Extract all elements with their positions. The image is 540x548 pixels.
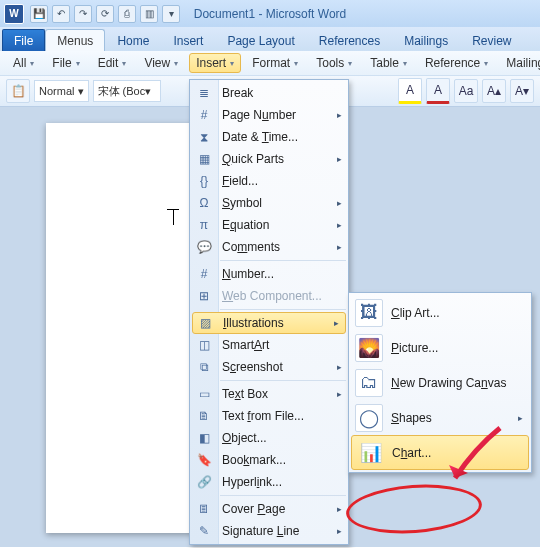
screenshot-icon: ⧉ — [195, 358, 213, 376]
shapes-icon: ◯ — [355, 404, 383, 432]
insert-web-component: ⊞Web Component... — [190, 285, 348, 307]
insert-cover-page[interactable]: 🗏Cover Page▸ — [190, 498, 348, 520]
insert-page-number[interactable]: #Page Number▸ — [190, 104, 348, 126]
menu-all[interactable]: All▾ — [6, 53, 41, 73]
quickparts-icon: ▦ — [195, 150, 213, 168]
illus-new-canvas[interactable]: 🗂New Drawing Canvas — [349, 365, 531, 400]
tab-page-layout[interactable]: Page Layout — [215, 29, 306, 51]
textfile-icon: 🗎 — [195, 407, 213, 425]
tab-references[interactable]: References — [307, 29, 392, 51]
insert-datetime[interactable]: ⧗Date & Time... — [190, 126, 348, 148]
word-window: { "title": "Document1 - Microsoft Word",… — [0, 0, 540, 548]
insert-smartart[interactable]: ◫SmartArt — [190, 334, 348, 356]
qat-repeat-icon[interactable]: ⟳ — [96, 5, 114, 23]
menu-mailing[interactable]: Mailing▾ — [499, 53, 540, 73]
qat-redo-icon[interactable]: ↷ — [74, 5, 92, 23]
insert-text-from-file[interactable]: 🗎Text from File... — [190, 405, 348, 427]
menu-view[interactable]: View▾ — [137, 53, 185, 73]
menu-file[interactable]: File▾ — [45, 53, 86, 73]
insert-signature-line[interactable]: ✎Signature Line▸ — [190, 520, 348, 542]
field-icon: {} — [195, 172, 213, 190]
style-selector[interactable]: Normal ▾ — [34, 80, 89, 102]
illus-picture[interactable]: 🌄Picture... — [349, 330, 531, 365]
classic-menubar: All▾ File▾ Edit▾ View▾ Insert▾ Format▾ T… — [0, 51, 540, 76]
quick-access-toolbar: 💾 ↶ ↷ ⟳ ⎙ ▥ ▾ — [30, 5, 180, 23]
insert-number[interactable]: #Number... — [190, 263, 348, 285]
break-icon: ≣ — [195, 84, 213, 102]
menu-reference[interactable]: Reference▾ — [418, 53, 495, 73]
separator — [220, 309, 346, 310]
insert-text-box[interactable]: ▭Text Box▸ — [190, 383, 348, 405]
comments-icon: 💬 — [195, 238, 213, 256]
tab-mailings[interactable]: Mailings — [392, 29, 460, 51]
hyperlink-icon: 🔗 — [195, 473, 213, 491]
smartart-icon: ◫ — [195, 336, 213, 354]
canvas-icon: 🗂 — [355, 369, 383, 397]
title-bar: W 💾 ↶ ↷ ⟳ ⎙ ▥ ▾ Document1 - Microsoft Wo… — [0, 0, 540, 27]
font-shrink-icon[interactable]: A▾ — [510, 79, 534, 103]
textbox-icon: ▭ — [195, 385, 213, 403]
qat-print-icon[interactable]: ⎙ — [118, 5, 136, 23]
tab-file[interactable]: File — [2, 29, 45, 51]
clipart-icon: 🖼 — [355, 299, 383, 327]
datetime-icon: ⧗ — [195, 128, 213, 146]
signature-icon: ✎ — [195, 522, 213, 540]
separator — [220, 380, 346, 381]
highlight-color-icon[interactable]: A — [398, 78, 422, 104]
insert-bookmark[interactable]: 🔖Bookmark... — [190, 449, 348, 471]
chart-icon: 📊 — [358, 440, 384, 466]
menu-format[interactable]: Format▾ — [245, 53, 305, 73]
illus-shapes[interactable]: ◯Shapes▸ — [349, 400, 531, 435]
bookmark-icon: 🔖 — [195, 451, 213, 469]
insert-break[interactable]: ≣Break — [190, 82, 348, 104]
word-app-icon: W — [4, 4, 24, 24]
picture-icon: 🌄 — [355, 334, 383, 362]
insert-symbol[interactable]: ΩSymbol▸ — [190, 192, 348, 214]
menu-table[interactable]: Table▾ — [363, 53, 414, 73]
illus-clip-art[interactable]: 🖼Clip Art... — [349, 295, 531, 330]
cover-icon: 🗏 — [195, 500, 213, 518]
font-selector[interactable]: 宋体 (Boc▾ — [93, 80, 161, 102]
insert-object[interactable]: ◧Object... — [190, 427, 348, 449]
tab-insert[interactable]: Insert — [161, 29, 215, 51]
qat-save-icon[interactable]: 💾 — [30, 5, 48, 23]
tab-home[interactable]: Home — [105, 29, 161, 51]
webcomp-icon: ⊞ — [195, 287, 213, 305]
ribbon-tabs: File Menus Home Insert Page Layout Refer… — [0, 27, 540, 51]
tab-review[interactable]: Review — [460, 29, 523, 51]
separator — [220, 495, 346, 496]
insert-field[interactable]: {}Field... — [190, 170, 348, 192]
menu-insert[interactable]: Insert▾ — [189, 53, 241, 73]
insert-illustrations[interactable]: ▨Illustrations▸ — [192, 312, 346, 334]
font-grow-icon[interactable]: A▴ — [482, 79, 506, 103]
insert-equation[interactable]: πEquation▸ — [190, 214, 348, 236]
insert-quick-parts[interactable]: ▦Quick Parts▸ — [190, 148, 348, 170]
separator — [220, 260, 346, 261]
number-icon: # — [195, 265, 213, 283]
object-icon: ◧ — [195, 429, 213, 447]
illustrations-icon: ▨ — [196, 314, 214, 332]
tab-menus[interactable]: Menus — [45, 29, 105, 51]
symbol-icon: Ω — [195, 194, 213, 212]
pagenum-icon: # — [195, 106, 213, 124]
illustrations-submenu: 🖼Clip Art... 🌄Picture... 🗂New Drawing Ca… — [348, 292, 532, 473]
qat-book-icon[interactable]: ▥ — [140, 5, 158, 23]
insert-screenshot[interactable]: ⧉Screenshot▸ — [190, 356, 348, 378]
menu-tools[interactable]: Tools▾ — [309, 53, 359, 73]
menu-edit[interactable]: Edit▾ — [91, 53, 134, 73]
change-case-icon[interactable]: Aa — [454, 79, 478, 103]
insert-dropdown: ≣Break #Page Number▸ ⧗Date & Time... ▦Qu… — [189, 79, 349, 545]
equation-icon: π — [195, 216, 213, 234]
insert-hyperlink[interactable]: 🔗Hyperlink... — [190, 471, 348, 493]
font-color-icon[interactable]: A — [426, 78, 450, 104]
qat-undo-icon[interactable]: ↶ — [52, 5, 70, 23]
paste-icon[interactable]: 📋 — [6, 79, 30, 103]
text-cursor — [173, 209, 174, 225]
qat-more-icon[interactable]: ▾ — [162, 5, 180, 23]
illus-chart[interactable]: 📊Chart... — [351, 435, 529, 470]
insert-comments[interactable]: 💬Comments▸ — [190, 236, 348, 258]
